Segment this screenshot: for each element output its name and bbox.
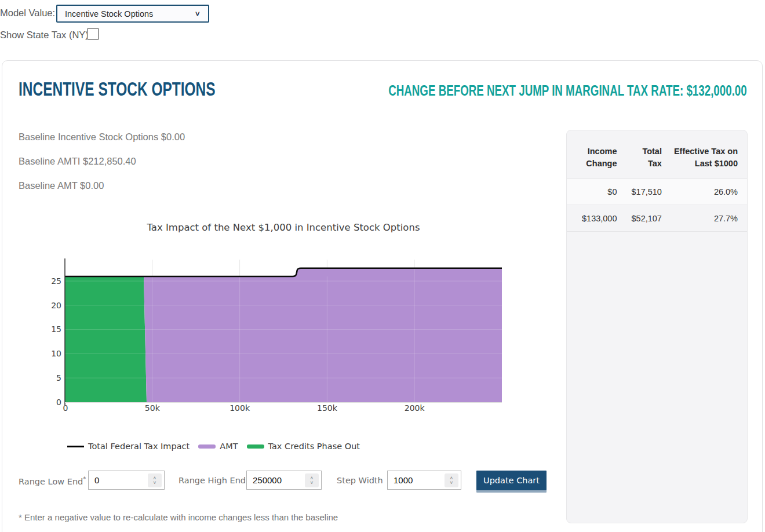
range-low-end-label: Range Low End* (19, 476, 86, 486)
range-low-end-field-wrap: ˄ ˅ (88, 471, 165, 490)
y-tick: 0 (56, 398, 61, 407)
amt-area (144, 268, 502, 402)
y-tick: 15 (51, 325, 61, 334)
table-row: $133,000 $52,107 27.7% (567, 205, 747, 232)
range-low-end-input[interactable] (89, 471, 145, 489)
x-tick: 200k (405, 403, 425, 413)
x-axis-ticks: 0 50k 100k 150k 200k (63, 403, 425, 413)
required-asterisk: * (83, 476, 86, 482)
income-change-cell: $133,000 (576, 214, 617, 223)
range-high-spinner[interactable]: ˄ ˅ (305, 473, 319, 487)
baseline-iso: Baseline Incentive Stock Options $0.00 (19, 132, 185, 143)
model-value-select[interactable]: Incentive Stock Options ˅ (56, 5, 209, 23)
header-effective-tax: Effective Tax onLast $1000 (662, 145, 738, 170)
total-tax-cell: $52,107 (617, 214, 662, 223)
legend-item-total-federal-tax[interactable]: Total Federal Tax Impact (67, 442, 190, 451)
income-change-cell: $0 (576, 187, 617, 196)
x-tick: 0 (63, 403, 68, 413)
footnote: * Enter a negative value to re-calculate… (19, 512, 338, 522)
legend-item-tax-credits[interactable]: Tax Credits Phase Out (247, 442, 360, 451)
y-tick: 10 (51, 349, 61, 358)
table-row: $0 $17,510 26.0% (567, 178, 747, 205)
range-high-end-field-wrap: ˄ ˅ (246, 471, 322, 490)
x-tick: 150k (317, 403, 338, 413)
header-total-tax: TotalTax (617, 145, 662, 170)
legend-item-amt[interactable]: AMT (198, 442, 238, 451)
chevron-down-icon: ˅ (153, 480, 156, 485)
marginal-rate-jump-note: CHANGE BEFORE NEXT JUMP IN MARGINAL TAX … (388, 82, 747, 99)
chevron-down-icon: ˅ (310, 480, 313, 485)
legend-label: AMT (220, 442, 238, 451)
page-title: INCENTIVE STOCK OPTIONS (19, 78, 216, 100)
y-tick: 20 (51, 301, 61, 310)
legend-label: Tax Credits Phase Out (268, 442, 360, 451)
range-low-spinner[interactable]: ˄ ˅ (148, 473, 162, 487)
x-tick: 100k (230, 403, 250, 413)
chevron-down-icon: ˅ (450, 480, 453, 485)
x-tick: 50k (145, 403, 161, 413)
baseline-amti: Baseline AMTI $212,850.40 (19, 156, 136, 167)
chart-legend: Total Federal Tax Impact AMT Tax Credits… (67, 442, 360, 451)
chevron-down-icon: ˅ (195, 9, 208, 18)
tax-impact-chart: 0 5 10 15 20 25 0 50k 100k 150k 200k (49, 257, 507, 414)
line-swatch-icon (67, 446, 84, 447)
y-tick: 5 (56, 373, 61, 382)
y-axis-ticks: 0 5 10 15 20 25 (51, 276, 61, 407)
baseline-amt: Baseline AMT $0.00 (19, 180, 104, 191)
y-tick: 25 (51, 276, 61, 286)
update-chart-button[interactable]: Update Chart (476, 471, 547, 490)
show-state-tax-label: Show State Tax (NY) (0, 30, 89, 41)
show-state-tax-checkbox[interactable] (87, 28, 99, 40)
step-width-field-wrap: ˄ ˅ (387, 471, 461, 490)
area-swatch-icon (247, 444, 264, 449)
total-tax-cell: $17,510 (617, 187, 662, 196)
legend-label: Total Federal Tax Impact (88, 442, 190, 451)
model-value-selected-option: Incentive Stock Options (57, 9, 195, 19)
area-swatch-icon (198, 444, 216, 449)
range-high-end-label: Range High End (178, 476, 246, 485)
table-header-row: IncomeChange TotalTax Effective Tax onLa… (567, 130, 747, 178)
model-value-label: Model Value: (0, 8, 55, 19)
step-width-label: Step Width (337, 476, 383, 485)
tax-credits-phase-out-area (65, 276, 147, 402)
range-high-end-input[interactable] (247, 471, 303, 489)
effective-tax-cell: 27.7% (662, 214, 738, 223)
step-width-input[interactable] (388, 471, 442, 489)
effective-tax-cell: 26.0% (662, 187, 738, 196)
header-income-change: IncomeChange (576, 145, 617, 170)
tax-summary-panel: IncomeChange TotalTax Effective Tax onLa… (566, 130, 748, 523)
step-width-spinner[interactable]: ˄ ˅ (445, 473, 458, 487)
chart-title: Tax Impact of the Next $1,000 in Incenti… (65, 222, 502, 233)
